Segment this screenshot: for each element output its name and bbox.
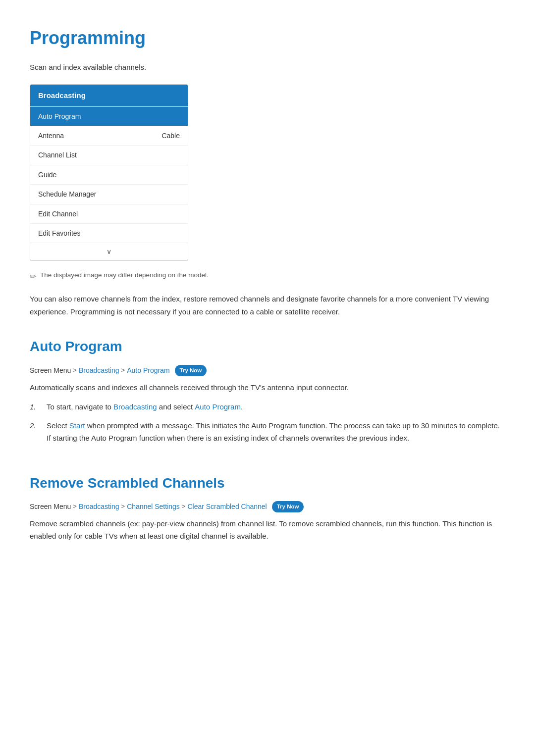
bc-sep-rs-3: > xyxy=(182,502,186,512)
auto-program-heading: Auto Program xyxy=(30,336,505,358)
bc-broadcasting-auto[interactable]: Broadcasting xyxy=(79,365,119,376)
bc-screen-menu-2: Screen Menu xyxy=(30,501,71,512)
auto-program-breadcrumb: Screen Menu > Broadcasting > Auto Progra… xyxy=(30,365,505,376)
tv-menu-item-edit-channel[interactable]: Edit Channel xyxy=(30,204,188,223)
step-2-num: 2. xyxy=(30,419,40,432)
remove-scrambled-breadcrumb: Screen Menu > Broadcasting > Channel Set… xyxy=(30,501,505,512)
try-now-badge-rs[interactable]: Try Now xyxy=(272,501,304,512)
steps-list: 1. To start, navigate to Broadcasting an… xyxy=(30,401,505,445)
bc-channel-settings[interactable]: Channel Settings xyxy=(127,501,180,512)
bc-auto-program[interactable]: Auto Program xyxy=(127,365,169,376)
bc-sep-rs-2: > xyxy=(121,502,125,512)
step-1-text: To start, navigate to Broadcasting and s… xyxy=(47,401,505,413)
step-2-text: Select Start when prompted with a messag… xyxy=(47,419,505,445)
bc-sep-1: > xyxy=(73,365,77,376)
remove-scrambled-heading: Remove Scrambled Channels xyxy=(30,472,505,495)
section-divider-1 xyxy=(30,452,505,467)
tv-menu-chevron: ∨ xyxy=(30,243,188,260)
bc-sep-rs-1: > xyxy=(73,502,77,512)
tv-menu-item-guide[interactable]: Guide xyxy=(30,165,188,184)
intro-text: Scan and index available channels. xyxy=(30,61,505,73)
bc-clear-scrambled[interactable]: Clear Scrambled Channel xyxy=(187,501,267,512)
tv-menu-card: Broadcasting Auto Program Antenna Cable … xyxy=(30,84,188,261)
remove-scrambled-desc: Remove scrambled channels (ex: pay-per-v… xyxy=(30,517,505,543)
page-title: Programming xyxy=(30,24,505,52)
step1-link-broadcasting[interactable]: Broadcasting xyxy=(113,403,157,411)
note-row: ✏ The displayed image may differ dependi… xyxy=(30,270,505,283)
tv-menu-header: Broadcasting xyxy=(30,85,188,106)
bc-broadcasting-rs[interactable]: Broadcasting xyxy=(79,501,119,512)
note-text: The displayed image may differ depending… xyxy=(40,270,209,281)
step2-link-start[interactable]: Start xyxy=(69,421,85,430)
tv-menu-item-auto-program[interactable]: Auto Program xyxy=(30,106,188,126)
tv-menu-item-channel-list[interactable]: Channel List xyxy=(30,145,188,164)
bc-sep-2: > xyxy=(121,365,125,376)
step-1: 1. To start, navigate to Broadcasting an… xyxy=(30,401,505,413)
step-1-num: 1. xyxy=(30,401,40,413)
step1-link-auto-program[interactable]: Auto Program xyxy=(195,403,241,411)
try-now-badge-auto[interactable]: Try Now xyxy=(175,365,207,376)
tv-menu-item-schedule-manager[interactable]: Schedule Manager xyxy=(30,184,188,203)
tv-menu-item-antenna[interactable]: Antenna Cable xyxy=(30,126,188,145)
tv-menu-item-edit-favorites[interactable]: Edit Favorites xyxy=(30,223,188,243)
auto-program-desc: Automatically scans and indexes all chan… xyxy=(30,381,505,394)
step-2: 2. Select Start when prompted with a mes… xyxy=(30,419,505,445)
pencil-icon: ✏ xyxy=(30,270,36,283)
bc-screen-menu: Screen Menu xyxy=(30,365,71,376)
body-text: You can also remove channels from the in… xyxy=(30,293,505,318)
